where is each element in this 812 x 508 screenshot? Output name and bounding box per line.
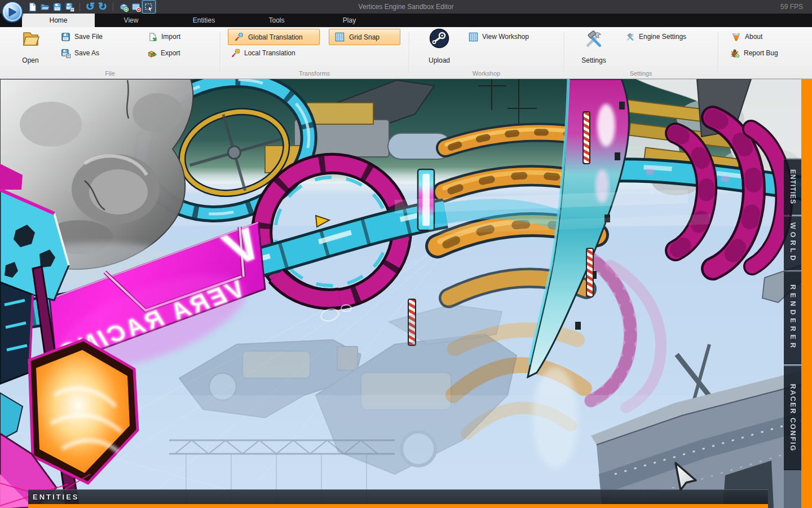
settings-button[interactable]: Settings xyxy=(579,28,609,64)
tab-home[interactable]: Home xyxy=(22,14,95,27)
remove-entity-icon[interactable] xyxy=(130,1,142,13)
workshop-grid-icon xyxy=(469,32,478,42)
save-as-icon xyxy=(61,49,70,58)
group-divider xyxy=(409,32,409,73)
global-translation-label: Global Translation xyxy=(248,33,303,41)
about-button[interactable]: About xyxy=(731,31,762,42)
tab-view[interactable]: View xyxy=(95,14,167,27)
toolbar-divider xyxy=(80,3,80,11)
mouse-cursor xyxy=(674,462,698,492)
quick-toolbar: ↺ ↻ xyxy=(26,1,156,13)
side-tab-entities[interactable]: ENTITIES xyxy=(784,159,801,214)
tab-play[interactable]: Play xyxy=(313,14,386,27)
export-button[interactable]: Export xyxy=(147,47,180,59)
side-tab-renderer[interactable]: RENDERER xyxy=(784,271,801,364)
group-label-file: File xyxy=(0,70,220,77)
open-file-icon[interactable] xyxy=(38,1,51,13)
save-file-label: Save File xyxy=(74,33,103,41)
redo-icon[interactable]: ↻ xyxy=(96,1,109,13)
save-file-button[interactable]: Save File xyxy=(61,31,103,42)
view-workshop-button[interactable]: View Workshop xyxy=(469,31,529,42)
side-tab-rail: ENTITIES WORLD RENDERER RACER CONFIG xyxy=(784,158,801,508)
export-icon xyxy=(147,49,157,58)
engine-settings-button[interactable]: Engine Settings xyxy=(625,31,686,42)
import-button[interactable]: Import xyxy=(148,31,180,42)
entities-panel-title: ENTITIES xyxy=(33,493,80,501)
striped-pole xyxy=(586,248,593,297)
side-tab-world[interactable]: WORLD xyxy=(784,216,801,270)
entities-panel-header[interactable]: ENTITIES xyxy=(28,489,768,504)
grid-snap-icon xyxy=(335,32,345,42)
save-file-icon[interactable] xyxy=(51,1,63,13)
toolbar-divider xyxy=(113,3,113,11)
about-label: About xyxy=(745,33,762,41)
settings-label: Settings xyxy=(581,56,606,64)
group-divider xyxy=(564,32,564,73)
play-icon xyxy=(8,7,17,17)
group-divider xyxy=(220,32,220,73)
save-icon xyxy=(61,32,70,42)
tab-entities[interactable]: Entities xyxy=(167,14,240,27)
engine-settings-icon xyxy=(625,32,635,42)
new-file-icon[interactable] xyxy=(26,1,38,13)
open-folder-icon xyxy=(21,29,40,49)
report-bug-button[interactable]: Report Bug xyxy=(730,47,778,59)
striped-pole xyxy=(583,112,590,164)
open-button[interactable]: Open xyxy=(14,29,47,64)
steam-icon xyxy=(429,28,449,49)
save-as-label: Save As xyxy=(74,49,99,57)
bug-icon xyxy=(730,49,740,58)
report-bug-label: Report Bug xyxy=(744,49,778,57)
local-translation-button[interactable]: Local Translation xyxy=(231,47,295,59)
local-translation-label: Local Translation xyxy=(244,49,295,57)
fps-counter: 59 FPS xyxy=(780,0,803,14)
export-label: Export xyxy=(161,49,180,57)
local-translation-icon xyxy=(231,49,240,58)
engine-settings-label: Engine Settings xyxy=(639,33,686,41)
global-translation-icon xyxy=(234,32,244,42)
group-label-settings: Settings xyxy=(564,70,718,77)
undo-icon[interactable]: ↺ xyxy=(84,1,96,13)
save-as-icon[interactable] xyxy=(63,1,76,13)
import-icon xyxy=(148,32,157,42)
ribbon: Open Save File Save As Import Export Fil… xyxy=(0,27,812,79)
accent-border-bottom xyxy=(28,504,768,508)
tab-tools[interactable]: Tools xyxy=(240,14,313,27)
view-workshop-label: View Workshop xyxy=(482,33,529,41)
viewport-canvas[interactable]: VERA RACING V ENTITIES WORLD RE xyxy=(0,79,812,508)
group-label-workshop: Workshop xyxy=(409,70,564,77)
add-entity-icon[interactable] xyxy=(117,1,130,13)
upload-button[interactable]: Upload xyxy=(424,28,454,64)
save-as-button[interactable]: Save As xyxy=(61,47,99,59)
side-tab-racer-config[interactable]: RACER CONFIG xyxy=(784,366,801,470)
grid-snap-label: Grid Snap xyxy=(349,33,379,41)
group-label-transforms: Transforms xyxy=(220,70,409,77)
grid-snap-toggle[interactable]: Grid Snap xyxy=(329,29,400,45)
accent-border-right xyxy=(801,79,812,508)
upload-label: Upload xyxy=(429,56,450,64)
global-translation-toggle[interactable]: Global Translation xyxy=(228,29,320,45)
scene-render: VERA RACING V xyxy=(0,79,812,508)
ribbon-tab-bar: Home View Entities Tools Play xyxy=(0,14,812,27)
vertices-logo-icon xyxy=(731,32,741,42)
play-button[interactable] xyxy=(2,1,23,23)
import-label: Import xyxy=(161,33,180,41)
select-tool-icon[interactable] xyxy=(142,0,156,14)
open-label: Open xyxy=(22,56,38,64)
group-divider xyxy=(718,32,718,73)
settings-tools-icon xyxy=(583,28,604,50)
